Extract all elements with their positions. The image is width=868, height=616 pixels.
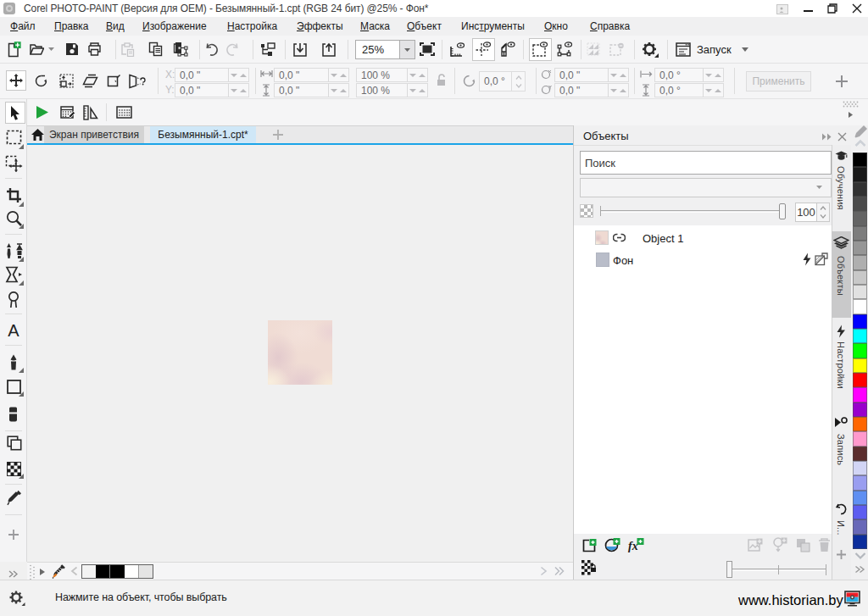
svg-text:fx: fx [628,540,638,552]
